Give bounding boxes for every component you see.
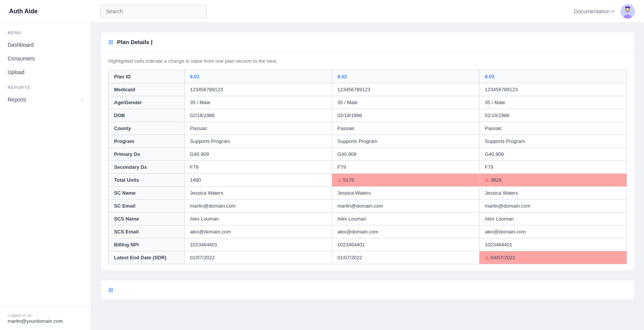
row-label: Billing NPI xyxy=(109,238,185,251)
row-label: Program xyxy=(109,135,185,148)
cell-v2: 01/07/2022 xyxy=(332,251,479,264)
main-content: ⊞ Plan Details | Highlighted cells indic… xyxy=(91,23,644,330)
row-label: Secondary Dx xyxy=(109,161,185,174)
row-label: County xyxy=(109,122,185,135)
sidebar-item-consumers[interactable]: Consumers xyxy=(0,52,91,65)
cell-v3: alex@domain.com xyxy=(479,225,627,238)
row-label: Primary Dx xyxy=(109,148,185,161)
layout: MENU Dashboard Consumers Upload REPORTS … xyxy=(0,23,644,330)
cell-v2: G40.909 xyxy=(332,148,479,161)
cell-v1: 01/07/2022 xyxy=(185,251,332,264)
cell-v1: Alex Louman xyxy=(185,213,332,225)
cell-v3: ⚠3928 xyxy=(479,174,627,187)
sidebar-item-label: Reports xyxy=(8,97,26,103)
table-row: Secondary DxF79F79F79 xyxy=(109,161,627,174)
cell-v3: G40.909 xyxy=(479,148,627,161)
cell-v3: Passaic xyxy=(479,122,627,135)
cell-v1: 1480 xyxy=(185,174,332,187)
cell-v1: alex@domain.com xyxy=(185,225,332,238)
warning-icon: ⚠ xyxy=(485,178,489,183)
cell-v1: martin@domain.com xyxy=(185,200,332,213)
cell-v2: martin@domain.com xyxy=(332,200,479,213)
row-label: Age/Gender xyxy=(109,96,185,109)
sidebar-item-reports[interactable]: Reports › xyxy=(0,93,91,106)
cell-v1: G40.909 xyxy=(185,148,332,161)
table-header-row: Plan ID 8.01 8.02 8.03 xyxy=(109,70,627,83)
cell-v2: 02/18/1986 xyxy=(332,109,479,122)
col-v2: 8.02 xyxy=(332,70,479,83)
cell-v2: Alex Louman xyxy=(332,213,479,225)
cell-v2: 35 / Male xyxy=(332,96,479,109)
row-label: DOB xyxy=(109,109,185,122)
app-brand: Auth Aide xyxy=(9,8,100,15)
menu-section-label: MENU xyxy=(0,30,91,38)
table-icon: ⊞ xyxy=(108,38,113,46)
card-header: ⊞ Plan Details | xyxy=(101,32,635,52)
plan-details-card: ⊞ Plan Details | Highlighted cells indic… xyxy=(100,32,635,271)
table-row: SC Emailmartin@domain.commartin@domain.c… xyxy=(109,200,627,213)
cell-v1: 123456789123 xyxy=(185,83,332,96)
sidebar-item-label: Consumers xyxy=(8,56,35,62)
table-row: SC NameJessica WatersJessica WatersJessi… xyxy=(109,187,627,200)
cell-v2: Supports Program xyxy=(332,135,479,148)
cell-v3: 35 / Male xyxy=(479,96,627,109)
col-v1: 8.01 xyxy=(185,70,332,83)
col-plan-id: Plan ID xyxy=(109,70,185,83)
cell-v3: 123456789123 xyxy=(479,83,627,96)
table-row: SCS NameAlex LoumanAlex LoumanAlex Louma… xyxy=(109,213,627,225)
sidebar-item-upload[interactable]: Upload xyxy=(0,65,91,79)
table-row: ProgramSupports ProgramSupports ProgramS… xyxy=(109,135,627,148)
sidebar-item-label: Dashboard xyxy=(8,42,34,48)
sidebar-item-label: Upload xyxy=(8,69,24,75)
search-container xyxy=(100,5,207,18)
table-row: SCS Emailalex@domain.comalex@domain.coma… xyxy=(109,225,627,238)
table-row: Billing NPI10234644011023464401102346440… xyxy=(109,238,627,251)
cell-v2: F79 xyxy=(332,161,479,174)
avatar[interactable] xyxy=(620,4,635,19)
cell-v3: Alex Louman xyxy=(479,213,627,225)
cell-v1: Passaic xyxy=(185,122,332,135)
cell-v3: 1023464401 xyxy=(479,238,627,251)
sidebar-footer: Logged in as: martin@yourdomain.com xyxy=(0,306,91,330)
cell-v1: Supports Program xyxy=(185,135,332,148)
table-icon-2: ⊞ xyxy=(108,286,113,294)
warning-icon: ⚠ xyxy=(337,178,342,183)
cell-v3: F79 xyxy=(479,161,627,174)
cell-v3: Supports Program xyxy=(479,135,627,148)
cell-v3: 02/18/1986 xyxy=(479,109,627,122)
row-label: SC Name xyxy=(109,187,185,200)
cell-v2: Jessica Waters xyxy=(332,187,479,200)
row-label: SCS Name xyxy=(109,213,185,225)
table-row: Latest End Date (SDR)01/07/202201/07/202… xyxy=(109,251,627,264)
sidebar: MENU Dashboard Consumers Upload REPORTS … xyxy=(0,23,91,330)
chevron-right-icon: › xyxy=(82,97,83,102)
cell-v1: Jessica Waters xyxy=(185,187,332,200)
cell-v1: F79 xyxy=(185,161,332,174)
cell-v1: 1023464401 xyxy=(185,238,332,251)
cell-v2: Passaic xyxy=(332,122,479,135)
card-note: Highlighted cells indicate a change in v… xyxy=(108,58,627,64)
card-body: Highlighted cells indicate a change in v… xyxy=(101,52,635,270)
cell-v1: 35 / Male xyxy=(185,96,332,109)
warning-icon: ⚠ xyxy=(485,255,489,260)
table-row: CountyPassaicPassaicPassaic xyxy=(109,122,627,135)
sidebar-item-dashboard[interactable]: Dashboard xyxy=(0,38,91,52)
row-label: Medicaid xyxy=(109,83,185,96)
cell-v2: 1023464401 xyxy=(332,238,479,251)
cell-v1: 02/18/1986 xyxy=(185,109,332,122)
cell-v2: ⚠5176 xyxy=(332,174,479,187)
plan-details-table: Plan ID 8.01 8.02 8.03 Medicaid123456789… xyxy=(108,70,627,264)
docs-link[interactable]: Documentation > xyxy=(574,8,614,14)
table-row: Total Units1480⚠5176⚠3928 xyxy=(109,174,627,187)
row-label: SC Email xyxy=(109,200,185,213)
col-v3: 8.03 xyxy=(479,70,627,83)
search-input[interactable] xyxy=(100,5,207,18)
topnav-right: Documentation > xyxy=(574,4,635,19)
cell-v3: martin@domain.com xyxy=(479,200,627,213)
card-title: Plan Details | xyxy=(117,39,152,45)
table-row: DOB02/18/198602/18/198602/18/1986 xyxy=(109,109,627,122)
reports-section-label: REPORTS xyxy=(0,85,91,93)
row-label: SCS Email xyxy=(109,225,185,238)
table-row: Primary DxG40.909G40.909G40.909 xyxy=(109,148,627,161)
row-label: Total Units xyxy=(109,174,185,187)
